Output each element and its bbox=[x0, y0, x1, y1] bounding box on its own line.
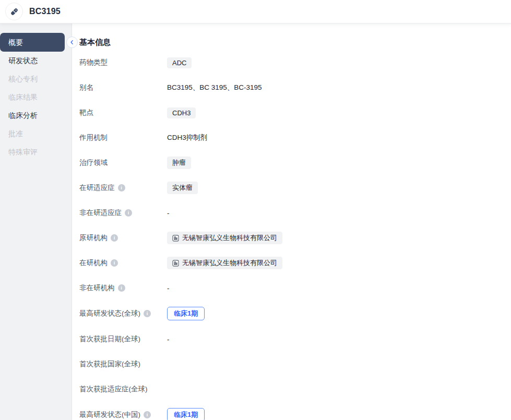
building-icon bbox=[172, 260, 179, 267]
field-value-aliases: BC3195、BC 3195、BC-3195 bbox=[167, 83, 262, 92]
info-icon[interactable]: i bbox=[118, 184, 125, 191]
info-icon[interactable]: i bbox=[125, 209, 132, 217]
page-title: BC3195 bbox=[29, 7, 61, 16]
sidebar-item-rd-status[interactable]: 研发状态 bbox=[0, 52, 72, 70]
collapse-sidebar-button[interactable] bbox=[66, 37, 78, 48]
status-badge[interactable]: 临床1期 bbox=[167, 408, 205, 420]
tag[interactable]: 肿瘤 bbox=[167, 157, 191, 169]
field-value-active-indications: 实体瘤 bbox=[167, 182, 198, 194]
tag[interactable]: ADC bbox=[167, 57, 192, 68]
field-row-target: 靶点CDH3 bbox=[79, 106, 511, 119]
field-row-drug-type: 药物类型ADC bbox=[79, 56, 511, 69]
company-tag[interactable]: 无锡智康弘义生物科技有限公司 bbox=[167, 257, 282, 269]
field-label-text: 药物类型 bbox=[79, 58, 108, 67]
field-value-inactive-indications: - bbox=[167, 209, 170, 217]
field-label-active-indications: 在研适应症i bbox=[79, 183, 167, 193]
sidebar-item-approval: 批准 bbox=[0, 125, 72, 143]
field-label-text: 非在研适应症 bbox=[79, 208, 122, 218]
company-name: 无锡智康弘义生物科技有限公司 bbox=[182, 258, 277, 268]
field-value-first-approval-date-global: - bbox=[167, 335, 170, 343]
field-label-text: 原研机构 bbox=[79, 233, 108, 243]
field-label-text: 首次获批日期(全球) bbox=[79, 334, 140, 344]
field-label-first-approval-date-global: 首次获批日期(全球) bbox=[79, 334, 167, 344]
field-label-target: 靶点 bbox=[79, 108, 167, 117]
field-value-target: CDH3 bbox=[167, 107, 196, 118]
field-label-drug-type: 药物类型 bbox=[79, 58, 167, 67]
field-text-value: - bbox=[167, 335, 170, 343]
field-row-aliases: 别名BC3195、BC 3195、BC-3195 bbox=[79, 81, 511, 94]
field-label-highest-status-china: 最高研发状态(中国)i bbox=[79, 410, 167, 419]
field-value-therapeutic-area: 肿瘤 bbox=[167, 157, 191, 169]
field-label-aliases: 别名 bbox=[79, 83, 167, 92]
field-label-text: 别名 bbox=[79, 83, 93, 92]
tag[interactable]: 实体瘤 bbox=[167, 182, 198, 194]
field-label-text: 靶点 bbox=[79, 108, 93, 117]
field-label-text: 作用机制 bbox=[79, 133, 108, 142]
field-label-inactive-org: 非在研机构i bbox=[79, 283, 167, 293]
field-label-highest-status-global: 最高研发状态(全球)i bbox=[79, 309, 167, 318]
company-tag[interactable]: 无锡智康弘义生物科技有限公司 bbox=[167, 232, 282, 244]
field-value-active-org: 无锡智康弘义生物科技有限公司 bbox=[167, 257, 282, 269]
field-row-first-approval-country-global: 首次获批国家(全球) bbox=[79, 358, 511, 370]
info-icon[interactable]: i bbox=[111, 259, 118, 267]
sidebar-item-core-patents: 核心专利 bbox=[0, 70, 72, 88]
field-row-therapeutic-area: 治疗领域肿瘤 bbox=[79, 157, 511, 169]
field-label-text: 在研机构 bbox=[79, 258, 108, 268]
field-label-first-approval-indication-global: 首次获批适应症(全球) bbox=[79, 385, 167, 394]
company-name: 无锡智康弘义生物科技有限公司 bbox=[182, 233, 277, 243]
field-label-text: 治疗领域 bbox=[79, 158, 108, 167]
field-label-text: 首次获批适应症(全球) bbox=[79, 385, 148, 394]
field-value-mechanism: CDH3抑制剂 bbox=[167, 133, 207, 142]
field-text-value: - bbox=[167, 209, 170, 217]
field-value-highest-status-china: 临床1期 bbox=[167, 408, 205, 420]
field-text-value: CDH3抑制剂 bbox=[167, 133, 207, 142]
field-value-drug-type: ADC bbox=[167, 57, 192, 68]
field-text-value: BC3195、BC 3195、BC-3195 bbox=[167, 83, 262, 92]
sidebar-item-clinical-results: 临床结果 bbox=[0, 88, 72, 106]
field-row-first-approval-date-global: 首次获批日期(全球)- bbox=[79, 333, 511, 345]
field-row-mechanism: 作用机制CDH3抑制剂 bbox=[79, 131, 511, 144]
field-row-originator-org: 原研机构i无锡智康弘义生物科技有限公司 bbox=[79, 232, 511, 244]
field-label-text: 首次获批国家(全球) bbox=[79, 359, 140, 369]
field-label-therapeutic-area: 治疗领域 bbox=[79, 158, 167, 167]
field-label-active-org: 在研机构i bbox=[79, 258, 167, 268]
field-row-inactive-org: 非在研机构i- bbox=[79, 282, 511, 294]
info-icon[interactable]: i bbox=[144, 411, 151, 418]
main-content: 基本信息 药物类型ADC别名BC3195、BC 3195、BC-3195靶点CD… bbox=[72, 23, 511, 420]
sidebar: 概要研发状态核心专利临床结果临床分析批准特殊审评 bbox=[0, 23, 72, 420]
sidebar-item-clinical-analysis[interactable]: 临床分析 bbox=[0, 106, 72, 125]
field-label-mechanism: 作用机制 bbox=[79, 133, 167, 142]
field-label-text: 在研适应症 bbox=[79, 183, 115, 193]
fields-list: 药物类型ADC别名BC3195、BC 3195、BC-3195靶点CDH3作用机… bbox=[79, 56, 511, 420]
field-row-active-org: 在研机构i无锡智康弘义生物科技有限公司 bbox=[79, 257, 511, 269]
field-label-originator-org: 原研机构i bbox=[79, 233, 167, 243]
field-label-first-approval-country-global: 首次获批国家(全球) bbox=[79, 359, 167, 369]
sidebar-item-overview[interactable]: 概要 bbox=[0, 33, 65, 52]
info-icon[interactable]: i bbox=[118, 284, 125, 292]
building-icon bbox=[172, 235, 179, 242]
field-label-text: 最高研发状态(全球) bbox=[79, 309, 140, 318]
status-badge[interactable]: 临床1期 bbox=[167, 307, 205, 320]
field-value-inactive-org: - bbox=[167, 284, 170, 292]
field-row-first-approval-indication-global: 首次获批适应症(全球) bbox=[79, 383, 511, 395]
field-row-active-indications: 在研适应症i实体瘤 bbox=[79, 182, 511, 194]
field-text-value: - bbox=[167, 284, 170, 292]
field-row-highest-status-global: 最高研发状态(全球)i临床1期 bbox=[79, 307, 511, 320]
section-title: 基本信息 bbox=[79, 37, 511, 48]
app-header: BC3195 bbox=[0, 0, 511, 23]
field-label-text: 非在研机构 bbox=[79, 283, 115, 293]
tag[interactable]: CDH3 bbox=[167, 107, 196, 118]
field-row-inactive-indications: 非在研适应症i- bbox=[79, 207, 511, 219]
sidebar-item-special-review: 特殊审评 bbox=[0, 143, 72, 161]
info-icon[interactable]: i bbox=[111, 234, 118, 242]
info-icon[interactable]: i bbox=[144, 310, 151, 317]
field-row-highest-status-china: 最高研发状态(中国)i临床1期 bbox=[79, 408, 511, 420]
field-value-originator-org: 无锡智康弘义生物科技有限公司 bbox=[167, 232, 282, 244]
field-value-highest-status-global: 临床1期 bbox=[167, 307, 205, 320]
chevron-left-icon bbox=[69, 39, 75, 45]
field-label-inactive-indications: 非在研适应症i bbox=[79, 208, 167, 218]
drug-logo bbox=[5, 3, 23, 20]
app-body: 概要研发状态核心专利临床结果临床分析批准特殊审评 基本信息 药物类型ADC别名B… bbox=[0, 23, 511, 420]
pill-icon bbox=[9, 7, 19, 17]
field-label-text: 最高研发状态(中国) bbox=[79, 410, 140, 419]
